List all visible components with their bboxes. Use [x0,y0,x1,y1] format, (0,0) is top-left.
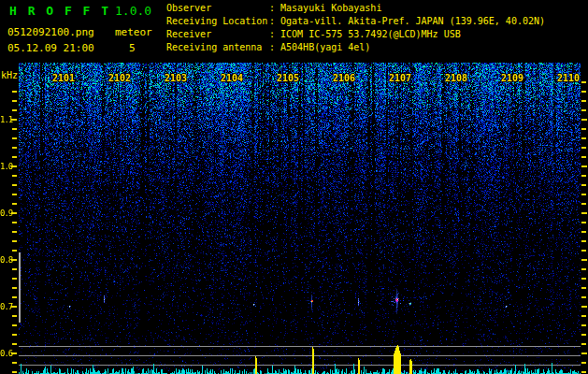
time-label: 2108 [441,73,471,83]
y-tick-label: 1.1 [0,115,11,124]
y-tick-left [12,194,17,195]
y-tick-left [12,296,17,298]
y-tick-left [12,371,17,373]
info-value: : Ogata-vill. Akita-Pref. JAPAN (139.96E… [269,15,545,28]
y-tick-right [581,165,587,167]
y-tick-left [12,315,17,317]
info-row: Receiving Location: Ogata-vill. Akita-Pr… [166,15,545,28]
time-label: 2101 [49,73,79,83]
y-tick-left [12,100,17,102]
y-tick-label: 0.8 [0,255,11,265]
y-tick-right [581,128,586,130]
output-filename: 0512092100.png [7,26,94,38]
y-tick-right [581,268,586,270]
y-tick-label: 1.0 [0,162,11,171]
y-tick-right [581,100,586,102]
y-tick-right [581,203,586,205]
y-tick-left [12,137,17,139]
mode-label: meteor [115,26,152,38]
y-tick-left [12,334,17,336]
y-tick-right [581,287,586,289]
y-tick-right [581,175,586,177]
y-tick-right [581,371,586,373]
y-tick-left [12,287,17,289]
meteor-count: 5 [129,42,136,54]
info-row: Receiver: ICOM IC-575 53.7492(@LCD)MHz U… [166,28,545,41]
info-row: Observer: Masayuki Kobayashi [166,2,545,15]
y-tick-right [581,352,587,354]
info-value: : ICOM IC-575 53.7492(@LCD)MHz USB [269,28,461,41]
y-tick-left [12,109,17,111]
y-tick-right [581,156,586,158]
time-label: 2110 [553,73,583,83]
app-version: 1.0.0 [115,4,151,18]
y-tick-left [12,147,17,149]
info-label: Receiving Location [166,15,269,28]
info-row: Receiving antenna: A504HB(yagi 4el) [166,41,545,54]
info-label: Observer [166,2,269,15]
time-label: 2104 [217,73,247,83]
y-tick-right [581,296,586,298]
y-tick-right [581,147,586,149]
observation-datetime: 05.12.09 21:00 [7,42,94,54]
y-tick-right [581,184,586,186]
y-tick-right [581,343,586,345]
time-label: 2105 [273,73,303,83]
y-tick-left [12,156,17,158]
y-tick-left [12,175,17,177]
y-tick-label: 0.7 [0,302,11,311]
y-tick-right [581,222,586,223]
y-tick-left [12,231,17,233]
y-tick-right [581,240,586,242]
y-tick-right [581,334,586,336]
y-tick-label: 0.9 [0,209,11,218]
y-tick-right [581,315,586,317]
y-tick-left [12,128,17,130]
y-tick-right [581,259,587,261]
y-tick-left [12,250,17,252]
hrofft-screen: H R O F F T 1.0.0 0512092100.png meteor … [0,0,588,374]
y-tick-right [581,250,586,252]
y-tick-left [12,222,17,223]
y-tick-right [581,212,587,214]
khz-axis-label: kHz [1,70,18,80]
y-tick-right [581,119,587,121]
y-tick-right [581,137,586,139]
time-label: 2102 [105,73,135,83]
y-tick-right [581,91,586,93]
y-tick-right [581,194,586,195]
y-tick-right [581,362,586,364]
app-title: H R O F F T [9,4,110,18]
time-label: 2107 [385,73,415,83]
y-tick-right [581,81,586,83]
y-tick-left [12,278,17,280]
y-tick-right [581,109,586,111]
y-tick-right [581,306,587,308]
time-label: 2106 [329,73,359,83]
info-value: : Masayuki Kobayashi [269,2,381,15]
info-label: Receiving antenna [166,41,269,54]
y-tick-left [12,324,17,326]
y-tick-left [12,268,17,270]
y-tick-left [12,362,17,364]
time-label: 2103 [161,73,191,83]
y-tick-left [12,343,17,345]
y-tick-left [12,91,17,93]
info-label: Receiver [166,28,269,41]
y-tick-label: 0.6 [0,349,11,358]
y-tick-right [581,324,586,326]
y-tick-left [12,184,17,186]
time-label: 2109 [497,73,527,83]
spectrogram-canvas [19,63,581,374]
y-tick-left [12,203,17,205]
y-tick-right [581,278,586,280]
station-info-block: Observer: Masayuki KobayashiReceiving Lo… [166,2,545,54]
y-tick-left [12,240,17,242]
info-value: : A504HB(yagi 4el) [269,41,370,54]
y-tick-right [581,231,586,233]
